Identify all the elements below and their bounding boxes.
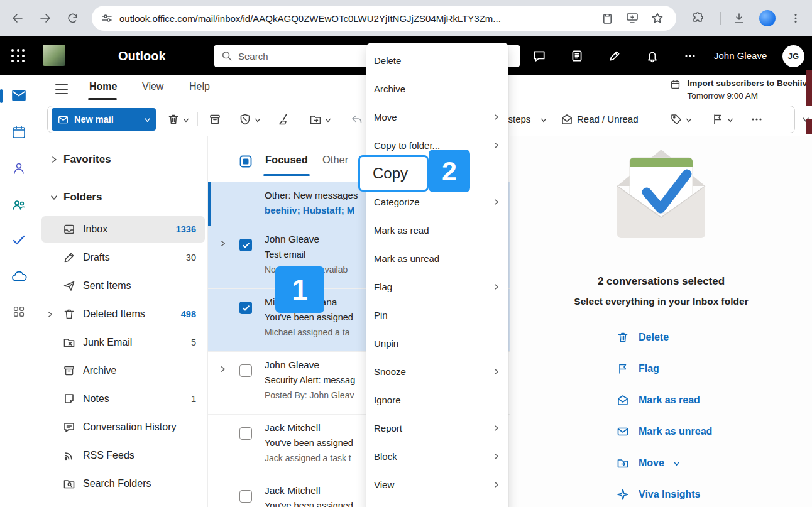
notebook-icon[interactable]: [563, 36, 591, 75]
favorites-label: Favorites: [63, 153, 111, 166]
back-icon[interactable]: [10, 11, 25, 26]
tab-other[interactable]: Other: [322, 154, 348, 166]
categorize-tag-icon[interactable]: [669, 112, 684, 127]
email-checkbox-unchecked[interactable]: [239, 490, 252, 503]
folder-junk-email[interactable]: Junk Email 5: [41, 329, 205, 356]
delete-dropdown-icon[interactable]: [182, 116, 190, 124]
menu-item-flag[interactable]: Flag: [366, 273, 508, 301]
browser-profile-avatar[interactable]: [759, 10, 776, 26]
collections-icon[interactable]: [600, 11, 615, 26]
teams-chat-icon[interactable]: [525, 36, 553, 75]
menu-item-unpin[interactable]: Unpin: [366, 329, 508, 357]
rail-people-icon[interactable]: [0, 153, 38, 183]
url-bar[interactable]: outlook.office.com/mail/inbox/id/AAQkAGQ…: [92, 6, 676, 31]
archive-icon[interactable]: [207, 112, 222, 127]
folder-rss-feeds[interactable]: RSS Feeds: [41, 442, 205, 469]
menu-item-pin[interactable]: Pin: [366, 301, 508, 329]
folder-archive[interactable]: Archive: [41, 357, 205, 384]
rail-todo-icon[interactable]: [0, 225, 38, 255]
folder-conversation-history[interactable]: Conversation History: [41, 414, 205, 440]
folder-sent-items[interactable]: Sent Items: [41, 273, 205, 299]
favorites-section[interactable]: Favorites: [50, 153, 111, 166]
toolbar-divider: [720, 12, 721, 25]
site-info-icon[interactable]: [102, 13, 112, 23]
bulk-delete-button[interactable]: Delete: [616, 322, 712, 353]
new-mail-button[interactable]: New mail: [52, 108, 156, 131]
avatar[interactable]: JG: [782, 45, 804, 67]
delete-icon[interactable]: [166, 112, 181, 127]
calendar-reminder[interactable]: Import subscribers to Beehiiv Tomorrow 9…: [670, 77, 807, 102]
menu-item-block[interactable]: Block: [366, 442, 508, 471]
select-all-link[interactable]: Select everything in your Inbox folder: [510, 296, 812, 307]
flag-dropdown-icon[interactable]: [726, 116, 735, 124]
rail-groups-icon[interactable]: [0, 190, 38, 220]
menu-item-report[interactable]: Report: [366, 414, 508, 442]
folder-inbox[interactable]: Inbox 1336: [41, 216, 205, 243]
sweep-icon[interactable]: [277, 112, 292, 127]
submenu-chevron-icon: [493, 453, 500, 460]
move-to-dropdown-icon[interactable]: [324, 116, 332, 124]
menu-item-view[interactable]: View: [366, 471, 508, 499]
report-shield-icon[interactable]: [238, 112, 253, 127]
bulk-mark-unread-button[interactable]: Mark as unread: [616, 416, 712, 447]
expand-conversation-icon[interactable]: [219, 366, 226, 373]
chevron-right-icon[interactable]: [50, 156, 58, 163]
toolbar-more-options-icon[interactable]: [749, 112, 764, 127]
quick-steps-dropdown-icon[interactable]: [539, 116, 548, 124]
menu-item-snooze[interactable]: Snooze: [366, 357, 508, 386]
menu-item-move[interactable]: Move: [366, 103, 508, 131]
folder-deleted-items[interactable]: Deleted Items 498: [41, 301, 205, 327]
report-dropdown-icon[interactable]: [253, 116, 262, 124]
junk-email-icon: [63, 336, 75, 349]
bookmark-star-icon[interactable]: [650, 11, 665, 26]
forward-icon[interactable]: [38, 11, 53, 26]
bulk-flag-button[interactable]: Flag: [616, 353, 712, 384]
app-launcher-icon[interactable]: [11, 49, 25, 63]
rail-mail-icon[interactable]: [0, 80, 38, 111]
hamburger-menu-icon[interactable]: [55, 84, 68, 94]
extensions-icon[interactable]: [690, 11, 705, 26]
expand-conversation-icon[interactable]: [219, 240, 226, 247]
chevron-down-icon[interactable]: [50, 194, 58, 201]
notifications-bell-icon[interactable]: [639, 36, 666, 75]
flag-icon[interactable]: [710, 112, 725, 127]
rail-calendar-icon[interactable]: [0, 117, 38, 147]
tab-view[interactable]: View: [142, 81, 163, 92]
tab-help[interactable]: Help: [189, 81, 210, 92]
read-unread-label[interactable]: Read / Unread: [577, 114, 639, 124]
bulk-move-button[interactable]: Move: [616, 447, 712, 479]
email-checkbox-checked[interactable]: [239, 302, 252, 314]
tab-focused[interactable]: Focused: [265, 154, 308, 166]
rss-icon: [63, 449, 75, 462]
menu-item-mark-as-read[interactable]: Mark as read: [366, 216, 508, 244]
email-checkbox-checked[interactable]: [239, 239, 252, 251]
rail-onedrive-icon[interactable]: [0, 261, 38, 292]
notes-compose-icon[interactable]: [601, 36, 628, 75]
save-page-icon[interactable]: [625, 11, 640, 26]
reload-icon[interactable]: [65, 11, 80, 26]
browser-menu-kebab-icon[interactable]: [788, 11, 803, 26]
categorize-dropdown-icon[interactable]: [684, 116, 693, 124]
email-checkbox-unchecked[interactable]: [239, 427, 252, 440]
viva-insights-button[interactable]: Viva Insights: [616, 479, 712, 507]
menu-item-mark-as-unread[interactable]: Mark as unread: [366, 244, 508, 273]
folders-section[interactable]: Folders: [50, 191, 102, 204]
menu-item-ignore[interactable]: Ignore: [366, 386, 508, 414]
menu-item-archive[interactable]: Archive: [366, 75, 508, 103]
tab-home[interactable]: Home: [89, 81, 117, 92]
move-to-folder-icon[interactable]: [308, 112, 323, 127]
email-checkbox-unchecked[interactable]: [239, 364, 252, 377]
expand-chevron-icon[interactable]: [47, 311, 63, 318]
header-more-options-icon[interactable]: [676, 36, 704, 75]
downloads-icon[interactable]: [732, 11, 747, 26]
folder-drafts[interactable]: Drafts 30: [41, 244, 205, 271]
folder-notes[interactable]: Notes 1: [41, 386, 205, 412]
select-all-checkbox[interactable]: [239, 155, 252, 170]
new-mail-dropdown-icon[interactable]: [138, 116, 156, 123]
user-name[interactable]: John Gleave: [714, 36, 767, 75]
rail-more-apps-icon[interactable]: [0, 297, 38, 327]
bulk-mark-read-button[interactable]: Mark as read: [616, 384, 712, 416]
folder-search-folders[interactable]: Search Folders: [41, 471, 205, 497]
menu-item-delete[interactable]: Delete: [366, 46, 508, 75]
reply-icon[interactable]: [349, 112, 365, 127]
